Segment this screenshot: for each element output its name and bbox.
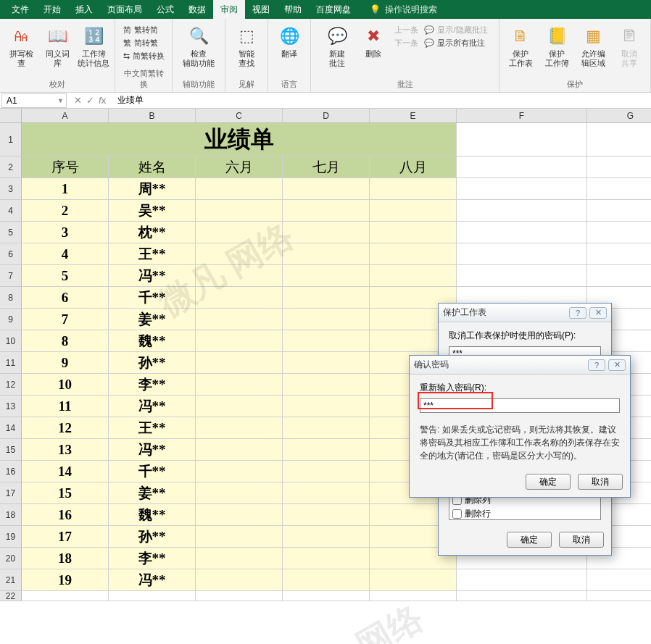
row-header[interactable]: 20 — [0, 548, 22, 569]
cell[interactable] — [457, 591, 587, 601]
cell[interactable] — [587, 265, 651, 287]
row-header[interactable]: 16 — [0, 461, 22, 482]
protect-workbook-button[interactable]: 📒保护 工作簿 — [542, 22, 572, 68]
cell[interactable]: 5 — [22, 265, 109, 287]
cell[interactable] — [457, 265, 587, 287]
convert-button[interactable]: ⇆简繁转换 — [123, 51, 165, 62]
cell[interactable]: 姜** — [109, 482, 196, 504]
cancel-button[interactable]: 取消 — [578, 474, 623, 490]
cell[interactable] — [283, 548, 370, 569]
row-header[interactable]: 18 — [0, 504, 22, 526]
cell[interactable]: 吴** — [109, 200, 196, 222]
cell[interactable]: 14 — [22, 461, 109, 482]
ok-button[interactable]: 确定 — [526, 474, 571, 490]
row-header[interactable]: 8 — [0, 287, 22, 309]
formula-input[interactable]: 业绩单 — [113, 94, 651, 106]
cell[interactable] — [283, 200, 370, 222]
cell[interactable] — [587, 178, 651, 200]
cell[interactable] — [283, 482, 370, 504]
cell[interactable] — [283, 504, 370, 526]
row-header[interactable]: 17 — [0, 482, 22, 504]
cell[interactable] — [283, 461, 370, 482]
cell[interactable] — [196, 396, 283, 417]
menu-tab-开始[interactable]: 开始 — [36, 0, 68, 19]
cell[interactable] — [457, 569, 587, 591]
tell-me-search[interactable]: 💡 操作说明搜索 — [370, 0, 437, 19]
cell[interactable] — [283, 222, 370, 243]
cell[interactable]: 王** — [109, 243, 196, 265]
cell[interactable] — [370, 243, 457, 265]
cell[interactable]: 李** — [109, 548, 196, 569]
cell[interactable]: 王** — [109, 417, 196, 439]
cell[interactable] — [109, 591, 196, 601]
row-header[interactable]: 6 — [0, 243, 22, 265]
col-header[interactable]: C — [196, 109, 283, 123]
cell[interactable] — [370, 200, 457, 222]
row-header[interactable]: 12 — [0, 374, 22, 396]
allow-edit-ranges-button[interactable]: ▦允许编 辑区域 — [578, 22, 608, 68]
cell[interactable] — [196, 569, 283, 591]
cell[interactable] — [196, 265, 283, 287]
cell[interactable]: 魏** — [109, 504, 196, 526]
cell[interactable]: 3 — [22, 222, 109, 243]
cell[interactable] — [457, 222, 587, 243]
cell[interactable] — [283, 439, 370, 461]
row-header[interactable]: 3 — [0, 178, 22, 200]
cell[interactable]: 姜** — [109, 309, 196, 330]
cell[interactable]: 15 — [22, 482, 109, 504]
cell[interactable] — [196, 461, 283, 482]
cell[interactable]: 13 — [22, 439, 109, 461]
cell[interactable] — [283, 243, 370, 265]
cell[interactable] — [283, 287, 370, 309]
workbook-stats-button[interactable]: 🔢工作簿 统计信息 — [78, 22, 109, 68]
cell[interactable] — [370, 265, 457, 287]
row-header[interactable]: 7 — [0, 265, 22, 287]
smart-lookup-button[interactable]: ⬚智能 查找 — [231, 22, 262, 68]
col-header[interactable]: G — [587, 109, 651, 123]
translate-button[interactable]: 🌐翻译 — [274, 22, 304, 59]
cell[interactable]: 8 — [22, 330, 109, 352]
cell[interactable] — [283, 265, 370, 287]
trad-to-simp-button[interactable]: 简繁转简 — [123, 25, 165, 35]
cell[interactable] — [370, 222, 457, 243]
cell[interactable] — [587, 156, 651, 178]
col-header[interactable]: F — [457, 109, 587, 123]
cell[interactable] — [196, 482, 283, 504]
cell[interactable] — [370, 569, 457, 591]
accessibility-check-button[interactable]: 🔍检查 辅助功能 — [178, 22, 219, 68]
menu-tab-文件[interactable]: 文件 — [4, 0, 36, 19]
fx-icon[interactable]: fx — [99, 95, 106, 106]
col-header[interactable]: E — [370, 109, 457, 123]
cell[interactable] — [196, 309, 283, 330]
cell[interactable] — [587, 123, 651, 156]
cell[interactable] — [196, 548, 283, 569]
cell[interactable]: 序号 — [22, 156, 109, 178]
cell[interactable] — [457, 123, 587, 156]
cell[interactable]: 18 — [22, 548, 109, 569]
row-header[interactable]: 2 — [0, 156, 22, 178]
cell[interactable] — [196, 504, 283, 526]
cell[interactable]: 冯** — [109, 265, 196, 287]
cell[interactable]: 12 — [22, 417, 109, 439]
cell[interactable] — [370, 178, 457, 200]
protect-sheet-button[interactable]: 🗎保护 工作表 — [505, 22, 536, 68]
cell[interactable] — [283, 330, 370, 352]
cell[interactable] — [196, 374, 283, 396]
menu-tab-百度网盘[interactable]: 百度网盘 — [309, 0, 358, 19]
row-header[interactable]: 11 — [0, 352, 22, 374]
cell[interactable] — [196, 352, 283, 374]
col-header[interactable]: A — [22, 109, 109, 123]
cell[interactable] — [283, 309, 370, 330]
cell[interactable] — [196, 222, 283, 243]
cell[interactable]: 冯** — [109, 396, 196, 417]
confirm-password-input[interactable] — [420, 398, 620, 413]
help-icon[interactable]: ? — [588, 359, 605, 371]
cell[interactable]: 17 — [22, 526, 109, 548]
cell[interactable] — [196, 287, 283, 309]
row-header[interactable]: 15 — [0, 439, 22, 461]
cell[interactable] — [196, 330, 283, 352]
cell[interactable]: 4 — [22, 243, 109, 265]
cell[interactable] — [283, 417, 370, 439]
cancel-formula-icon[interactable]: ✕ — [74, 95, 82, 106]
cell[interactable] — [283, 178, 370, 200]
